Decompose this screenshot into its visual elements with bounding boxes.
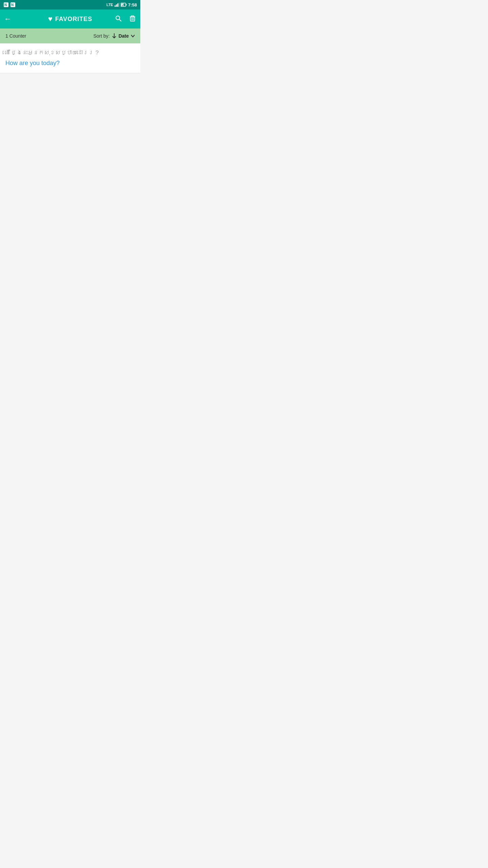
dropdown-icon xyxy=(131,35,135,37)
status-bar-right: LTE 7:58 xyxy=(106,2,137,7)
clock: 7:58 xyxy=(128,2,137,7)
search-button[interactable] xyxy=(115,15,122,23)
svg-text:N: N xyxy=(4,3,7,7)
status-bar-left: N N xyxy=(3,2,16,7)
lte-icon: LTE xyxy=(106,3,113,7)
list-item[interactable]: តើថ្ងៃនេះអ្នកសុខសប្បាយដោររ ? How are you… xyxy=(0,43,140,73)
svg-rect-7 xyxy=(119,3,119,7)
toolbar-left: ← xyxy=(4,15,12,23)
svg-text:N: N xyxy=(11,3,14,7)
toolbar-actions xyxy=(115,15,136,23)
delete-button[interactable] xyxy=(129,15,136,23)
sort-controls[interactable]: Sort by: Date xyxy=(93,33,135,39)
content-area: តើថ្ងៃនេះអ្នកសុខសប្បាយដោររ ? How are you… xyxy=(0,43,140,304)
svg-point-14 xyxy=(116,16,120,20)
back-button[interactable]: ← xyxy=(4,15,12,23)
svg-rect-10 xyxy=(121,4,124,6)
svg-rect-5 xyxy=(116,4,117,7)
sort-direction-icon xyxy=(112,33,117,39)
toolbar: ← ♥ FAVORITES xyxy=(0,9,140,28)
page-title: FAVORITES xyxy=(55,16,93,23)
toolbar-center: ♥ FAVORITES xyxy=(48,15,93,23)
svg-rect-4 xyxy=(115,5,116,7)
counter-label: 1 Counter xyxy=(5,33,26,39)
notification-icon-2: N xyxy=(10,2,16,7)
heart-icon: ♥ xyxy=(48,15,53,23)
sort-bar: 1 Counter Sort by: Date xyxy=(0,28,140,43)
sort-value: Date xyxy=(119,33,129,39)
notification-icon-1: N xyxy=(3,2,9,7)
battery-icon xyxy=(121,3,127,7)
svg-line-15 xyxy=(119,19,121,21)
phrase-translation: How are you today? xyxy=(5,59,135,67)
sort-by-label: Sort by: xyxy=(93,33,109,39)
signal-icon xyxy=(115,3,119,7)
svg-rect-9 xyxy=(126,4,126,6)
phrase-original: តើថ្ងៃនេះអ្នកសុខសប្បាយដោររ ? xyxy=(5,49,135,57)
svg-rect-6 xyxy=(117,3,118,7)
app-container: N N LTE xyxy=(0,0,140,304)
status-bar: N N LTE xyxy=(0,0,140,9)
